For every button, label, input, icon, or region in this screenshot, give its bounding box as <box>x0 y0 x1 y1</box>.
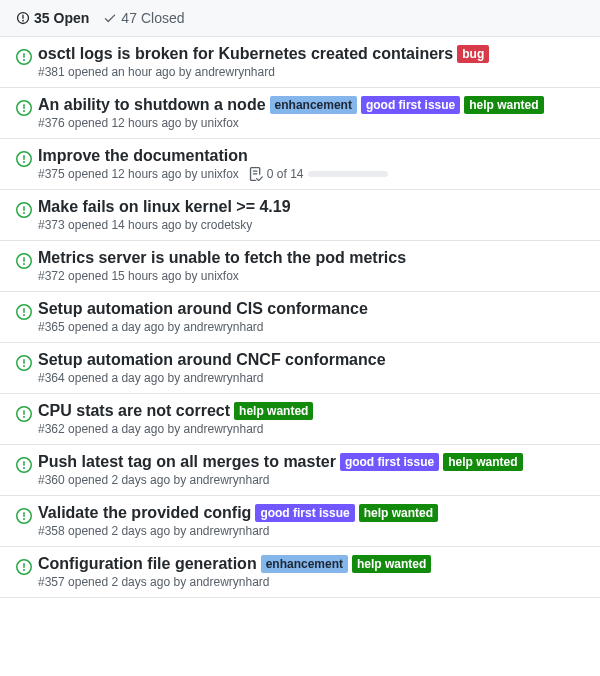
issue-open-icon <box>16 351 38 385</box>
issue-open-icon <box>16 96 38 130</box>
issue-meta-text: #360 opened 2 days ago by andrewrynhard <box>38 473 270 487</box>
issue-label[interactable]: help wanted <box>359 504 438 522</box>
issue-row: Setup automation around CIS conformance#… <box>0 292 600 343</box>
issue-meta: #376 opened 12 hours ago by unixfox <box>38 116 584 130</box>
issue-title-link[interactable]: Improve the documentation <box>38 147 248 165</box>
task-progress-bar <box>308 171 388 177</box>
issue-title-link[interactable]: Configuration file generation <box>38 555 257 573</box>
issue-title-link[interactable]: osctl logs is broken for Kubernetes crea… <box>38 45 453 63</box>
issue-meta-text: #358 opened 2 days ago by andrewrynhard <box>38 524 270 538</box>
issue-meta-text: #376 opened 12 hours ago by unixfox <box>38 116 239 130</box>
tab-closed-count: 47 <box>121 10 137 26</box>
issue-meta-text: #375 opened 12 hours ago by unixfox <box>38 167 239 181</box>
issue-meta: #364 opened a day ago by andrewrynhard <box>38 371 584 385</box>
tab-closed[interactable]: 47 Closed <box>103 10 184 26</box>
issue-meta-text: #364 opened a day ago by andrewrynhard <box>38 371 264 385</box>
issue-open-icon <box>16 555 38 589</box>
issue-meta: #381 opened an hour ago by andrewrynhard <box>38 65 584 79</box>
issue-labels: bug <box>457 45 489 63</box>
tab-open-count: 35 <box>34 10 50 26</box>
issue-labels: help wanted <box>234 402 313 420</box>
issue-meta-text: #381 opened an hour ago by andrewrynhard <box>38 65 275 79</box>
issue-label[interactable]: help wanted <box>352 555 431 573</box>
issue-row: Configuration file generationenhancement… <box>0 547 600 598</box>
issue-open-icon <box>16 504 38 538</box>
issue-body: Metrics server is unable to fetch the po… <box>38 249 584 283</box>
issue-row: CPU stats are not correcthelp wanted#362… <box>0 394 600 445</box>
issue-row: Validate the provided configgood first i… <box>0 496 600 547</box>
issue-body: Setup automation around CNCF conformance… <box>38 351 584 385</box>
issue-title-row: Setup automation around CNCF conformance <box>38 351 584 369</box>
issue-meta: #358 opened 2 days ago by andrewrynhard <box>38 524 584 538</box>
issue-meta-text: #365 opened a day ago by andrewrynhard <box>38 320 264 334</box>
issue-meta-text: #372 opened 15 hours ago by unixfox <box>38 269 239 283</box>
issue-meta: #375 opened 12 hours ago by unixfox0 of … <box>38 167 584 181</box>
tab-closed-label: Closed <box>141 10 185 26</box>
issue-meta: #360 opened 2 days ago by andrewrynhard <box>38 473 584 487</box>
issue-label[interactable]: help wanted <box>234 402 313 420</box>
issue-label[interactable]: help wanted <box>443 453 522 471</box>
issue-row: osctl logs is broken for Kubernetes crea… <box>0 37 600 88</box>
issue-label[interactable]: enhancement <box>261 555 348 573</box>
issue-body: An ability to shutdown a nodeenhancement… <box>38 96 584 130</box>
issue-title-row: osctl logs is broken for Kubernetes crea… <box>38 45 584 63</box>
issue-meta: #362 opened a day ago by andrewrynhard <box>38 422 584 436</box>
issue-body: Setup automation around CIS conformance#… <box>38 300 584 334</box>
issue-labels: good first issuehelp wanted <box>255 504 438 522</box>
issue-title-row: Improve the documentation <box>38 147 584 165</box>
issue-meta-text: #357 opened 2 days ago by andrewrynhard <box>38 575 270 589</box>
issue-body: Configuration file generationenhancement… <box>38 555 584 589</box>
issue-title-row: An ability to shutdown a nodeenhancement… <box>38 96 584 114</box>
issue-label[interactable]: enhancement <box>270 96 357 114</box>
issue-title-link[interactable]: Push latest tag on all merges to master <box>38 453 336 471</box>
issue-label[interactable]: good first issue <box>340 453 439 471</box>
issue-body: osctl logs is broken for Kubernetes crea… <box>38 45 584 79</box>
issue-label[interactable]: good first issue <box>255 504 354 522</box>
tab-open-label: Open <box>54 10 90 26</box>
issue-row: Push latest tag on all merges to masterg… <box>0 445 600 496</box>
issue-meta: #372 opened 15 hours ago by unixfox <box>38 269 584 283</box>
issue-row: Improve the documentation#375 opened 12 … <box>0 139 600 190</box>
issue-meta: #373 opened 14 hours ago by crodetsky <box>38 218 584 232</box>
issue-open-icon <box>16 453 38 487</box>
issue-title-row: Metrics server is unable to fetch the po… <box>38 249 584 267</box>
issue-list: osctl logs is broken for Kubernetes crea… <box>0 37 600 598</box>
issue-labels: enhancementgood first issuehelp wanted <box>270 96 544 114</box>
issue-open-icon <box>16 45 38 79</box>
issue-title-row: Configuration file generationenhancement… <box>38 555 584 573</box>
issue-body: Make fails on linux kernel >= 4.19#373 o… <box>38 198 584 232</box>
issue-title-row: CPU stats are not correcthelp wanted <box>38 402 584 420</box>
issue-open-icon <box>16 198 38 232</box>
issue-title-link[interactable]: Setup automation around CNCF conformance <box>38 351 386 369</box>
issue-labels: good first issuehelp wanted <box>340 453 523 471</box>
issue-row: Make fails on linux kernel >= 4.19#373 o… <box>0 190 600 241</box>
issue-title-row: Setup automation around CIS conformance <box>38 300 584 318</box>
issue-title-link[interactable]: Validate the provided config <box>38 504 251 522</box>
tab-open[interactable]: 35 Open <box>16 10 89 26</box>
issue-meta: #357 opened 2 days ago by andrewrynhard <box>38 575 584 589</box>
issue-body: Improve the documentation#375 opened 12 … <box>38 147 584 181</box>
issue-meta-text: #362 opened a day ago by andrewrynhard <box>38 422 264 436</box>
issue-row: Metrics server is unable to fetch the po… <box>0 241 600 292</box>
issue-open-icon <box>16 300 38 334</box>
issue-label[interactable]: good first issue <box>361 96 460 114</box>
issue-open-icon <box>16 402 38 436</box>
issue-row: An ability to shutdown a nodeenhancement… <box>0 88 600 139</box>
issue-body: Validate the provided configgood first i… <box>38 504 584 538</box>
issue-title-link[interactable]: Metrics server is unable to fetch the po… <box>38 249 406 267</box>
issue-meta-text: #373 opened 14 hours ago by crodetsky <box>38 218 252 232</box>
task-progress-text: 0 of 14 <box>267 167 304 181</box>
issue-label[interactable]: help wanted <box>464 96 543 114</box>
issue-title-link[interactable]: Setup automation around CIS conformance <box>38 300 368 318</box>
issue-row: Setup automation around CNCF conformance… <box>0 343 600 394</box>
check-icon <box>103 11 117 25</box>
issue-label[interactable]: bug <box>457 45 489 63</box>
issue-tabs: 35 Open 47 Closed <box>0 0 600 37</box>
issue-title-link[interactable]: CPU stats are not correct <box>38 402 230 420</box>
issue-title-row: Validate the provided configgood first i… <box>38 504 584 522</box>
issue-title-link[interactable]: Make fails on linux kernel >= 4.19 <box>38 198 291 216</box>
issue-open-icon <box>16 11 30 25</box>
issue-title-link[interactable]: An ability to shutdown a node <box>38 96 266 114</box>
issue-title-row: Push latest tag on all merges to masterg… <box>38 453 584 471</box>
issue-body: CPU stats are not correcthelp wanted#362… <box>38 402 584 436</box>
